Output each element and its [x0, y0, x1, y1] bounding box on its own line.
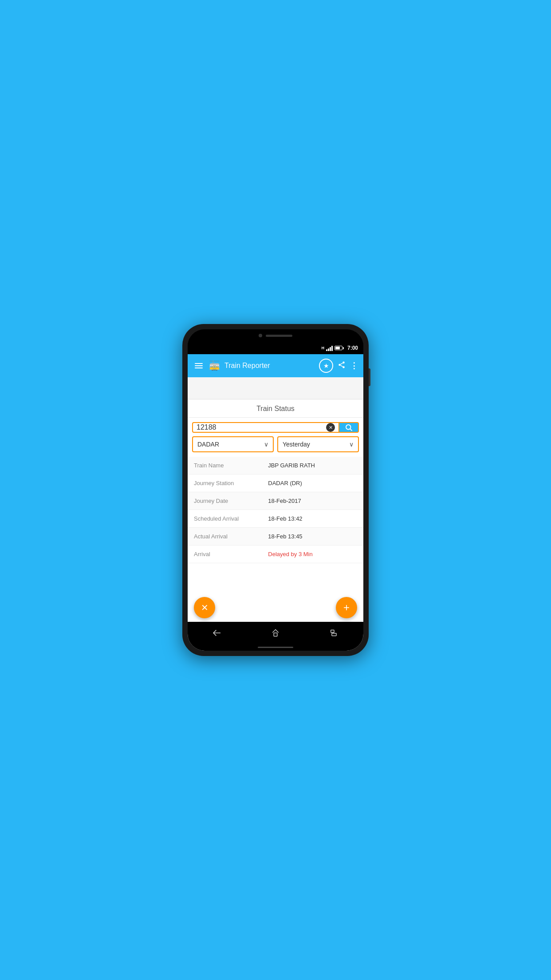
row-label: Train Name: [194, 462, 268, 469]
bottom-line: [258, 647, 293, 648]
svg-point-5: [346, 425, 351, 430]
row-label: Journey Station: [194, 480, 268, 486]
status-bar: H 7:00: [188, 342, 363, 354]
add-icon: +: [343, 601, 350, 614]
row-label: Journey Date: [194, 498, 268, 504]
row-value-delayed: Delayed by 3 Min: [268, 551, 357, 557]
table-row: Scheduled Arrival 18-Feb 13:42: [188, 510, 363, 528]
favorite-button[interactable]: ★: [319, 359, 333, 373]
speaker: [266, 335, 292, 337]
clear-button[interactable]: ✕: [326, 423, 335, 432]
svg-line-4: [340, 363, 342, 364]
table-row: Arrival Delayed by 3 Min: [188, 545, 363, 563]
search-area: ✕ DADAR ∨: [188, 418, 363, 455]
camera: [259, 334, 262, 337]
app-title: Train Reporter: [224, 362, 315, 370]
row-label: Arrival: [194, 551, 268, 557]
back-button[interactable]: [208, 624, 226, 642]
phone-screen: H 7:00: [188, 329, 363, 651]
svg-line-6: [350, 429, 352, 431]
main-content: Train Status ✕: [188, 399, 363, 602]
date-dropdown-label: Yesterday: [283, 441, 310, 448]
cancel-icon: ✕: [201, 602, 209, 613]
svg-point-2: [342, 366, 345, 368]
fab-area: ✕ +: [188, 602, 363, 622]
search-button[interactable]: [339, 422, 359, 433]
app-bar: 🚋 Train Reporter ★ ⋮: [188, 354, 363, 377]
star-icon: ★: [323, 362, 329, 369]
station-dropdown[interactable]: DADAR ∨: [192, 436, 274, 452]
date-chevron-icon: ∨: [349, 441, 354, 448]
station-dropdown-label: DADAR: [197, 441, 219, 448]
phone-frame: H 7:00: [182, 324, 369, 656]
row-value: 18-Feb 13:42: [268, 515, 357, 522]
table-row: Actual Arrival 18-Feb 13:45: [188, 528, 363, 545]
app-content: 🚋 Train Reporter ★ ⋮: [188, 354, 363, 651]
row-value: JBP GARIB RATH: [268, 462, 357, 469]
row-label: Scheduled Arrival: [194, 515, 268, 522]
navigation-bar: [188, 622, 363, 644]
row-value: 18-Feb 13:45: [268, 533, 357, 540]
battery-icon: [335, 346, 344, 350]
app-bar-actions: ★ ⋮: [319, 359, 358, 373]
svg-point-0: [342, 362, 345, 364]
row-label: Actual Arrival: [194, 533, 268, 540]
dropdowns-row: DADAR ∨ Yesterday ∨: [192, 436, 359, 452]
phone-bottom-bar: [188, 644, 363, 651]
status-icons: H 7:00: [321, 345, 358, 351]
ad-banner: [188, 377, 363, 399]
recents-button[interactable]: [325, 624, 343, 642]
table-row: Journey Station DADAR (DR): [188, 474, 363, 492]
table-row: Train Name JBP GARIB RATH: [188, 457, 363, 474]
table-row: Journey Date 18-Feb-2017: [188, 492, 363, 510]
signal-icon: [326, 345, 333, 351]
home-button[interactable]: [267, 624, 284, 642]
menu-button[interactable]: [193, 361, 205, 370]
train-icon: 🚋: [209, 360, 220, 371]
train-number-input[interactable]: [197, 423, 326, 431]
svg-point-1: [338, 364, 341, 366]
svg-rect-10: [332, 633, 336, 636]
share-button[interactable]: [338, 361, 346, 371]
station-chevron-icon: ∨: [264, 441, 268, 448]
add-fab-button[interactable]: +: [336, 597, 357, 618]
phone-top-decoration: [188, 329, 363, 342]
cancel-fab-button[interactable]: ✕: [194, 597, 215, 618]
search-input-wrap: ✕: [192, 422, 339, 433]
clock: 7:00: [347, 345, 358, 351]
row-value: 18-Feb-2017: [268, 498, 357, 504]
section-title: Train Status: [188, 399, 363, 418]
row-value: DADAR (DR): [268, 480, 357, 486]
svg-rect-8: [274, 633, 277, 636]
more-options-button[interactable]: ⋮: [350, 361, 358, 371]
info-table: Train Name JBP GARIB RATH Journey Statio…: [188, 457, 363, 563]
network-type-indicator: H: [321, 346, 324, 350]
svg-line-3: [340, 365, 342, 367]
date-dropdown[interactable]: Yesterday ∨: [277, 436, 359, 452]
search-row: ✕: [192, 422, 359, 433]
clear-icon: ✕: [329, 425, 333, 431]
svg-rect-9: [331, 630, 334, 632]
